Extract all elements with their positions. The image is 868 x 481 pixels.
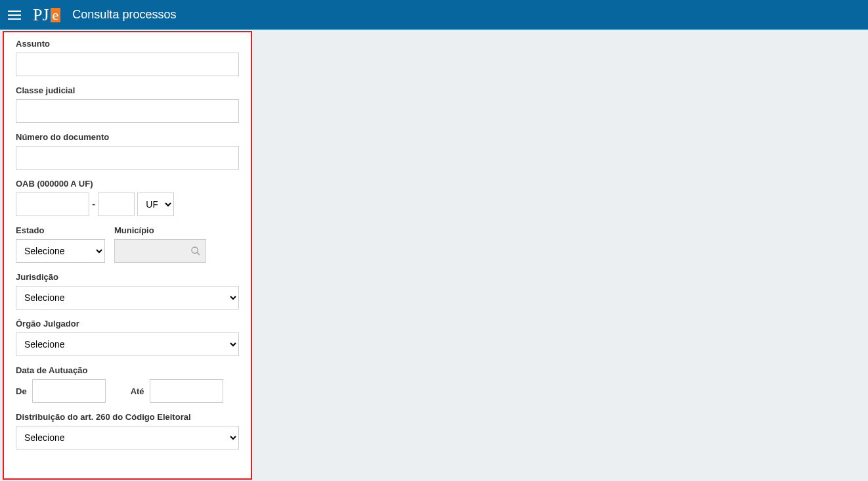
distribuicao-260-select[interactable]: Selecione <box>16 426 239 449</box>
field-numero-documento: Número do documento <box>16 132 239 170</box>
logo-e: e <box>51 8 61 22</box>
search-form-panel: Assunto Classe judicial Número do docume… <box>3 31 252 480</box>
page-title: Consulta processos <box>72 8 176 22</box>
estado-label: Estado <box>16 225 105 235</box>
municipio-input[interactable] <box>114 239 206 263</box>
content-area <box>255 30 868 481</box>
distribuicao-260-label: Distribuição do art. 260 do Código Eleit… <box>16 412 239 422</box>
orgao-julgador-label: Órgão Julgador <box>16 319 239 329</box>
field-jurisdicao: Jurisdição Selecione <box>16 272 239 309</box>
field-classe-judicial: Classe judicial <box>16 85 239 123</box>
main-area: Assunto Classe judicial Número do docume… <box>0 30 868 481</box>
classe-judicial-label: Classe judicial <box>16 85 239 95</box>
field-data-autuacao: Data de Autuação De Até <box>16 365 239 403</box>
menu-icon[interactable] <box>8 7 24 23</box>
app-header: PJe Consulta processos <box>0 0 868 30</box>
logo-text: PJ <box>33 5 49 25</box>
field-assunto: Assunto <box>16 39 239 76</box>
numero-documento-label: Número do documento <box>16 132 239 142</box>
municipio-label: Município <box>114 225 206 235</box>
assunto-input[interactable] <box>16 53 239 76</box>
assunto-label: Assunto <box>16 39 239 49</box>
estado-select[interactable]: Selecione <box>16 239 105 263</box>
field-estado-municipio: Estado Selecione Município <box>16 225 239 263</box>
app-logo: PJe <box>33 5 60 25</box>
oab-separator: - <box>92 198 95 210</box>
data-ate-label: Até <box>131 386 144 396</box>
oab-letra-input[interactable] <box>98 193 135 216</box>
field-orgao-julgador: Órgão Julgador Selecione <box>16 319 239 356</box>
field-oab: OAB (000000 A UF) - UF <box>16 179 239 216</box>
field-distribuicao-260: Distribuição do art. 260 do Código Eleit… <box>16 412 239 449</box>
oab-label: OAB (000000 A UF) <box>16 179 239 189</box>
data-autuacao-label: Data de Autuação <box>16 365 239 375</box>
jurisdicao-label: Jurisdição <box>16 272 239 282</box>
data-autuacao-de-input[interactable] <box>32 379 106 403</box>
orgao-julgador-select[interactable]: Selecione <box>16 332 239 356</box>
numero-documento-input[interactable] <box>16 146 239 170</box>
data-de-label: De <box>16 386 27 396</box>
jurisdicao-select[interactable]: Selecione <box>16 286 239 309</box>
data-autuacao-ate-input[interactable] <box>150 379 223 403</box>
classe-judicial-input[interactable] <box>16 99 239 123</box>
oab-numero-input[interactable] <box>16 193 89 216</box>
oab-uf-select[interactable]: UF <box>137 193 174 216</box>
